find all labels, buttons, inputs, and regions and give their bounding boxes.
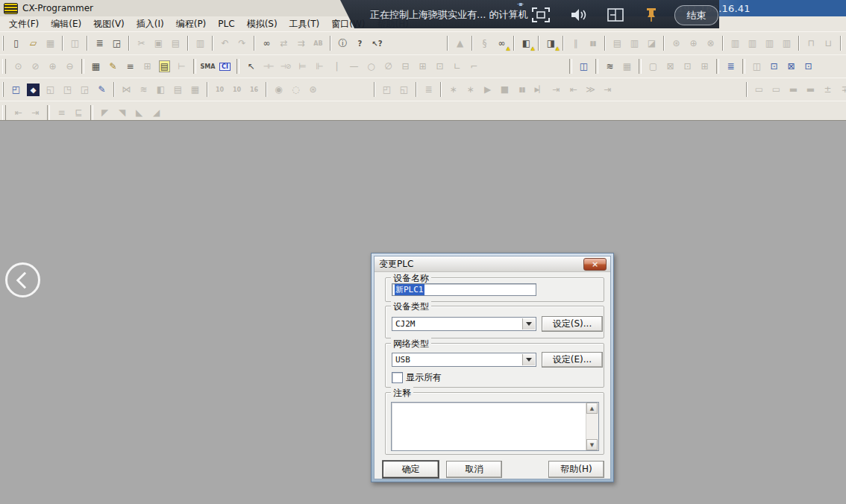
scroll-up-button[interactable]: ▲ [586, 403, 598, 414]
help-label: 帮助(H) [560, 463, 592, 476]
scroll-down-button[interactable]: ▼ [586, 439, 598, 450]
monitor-2-icon: ◌ [292, 84, 299, 95]
toolbar-context-help-button[interactable]: ↖? [369, 36, 385, 51]
end-session-button[interactable]: 结束 [674, 5, 718, 25]
device-type-select[interactable]: CJ2M [392, 317, 536, 331]
cancel-button[interactable]: 取消 [446, 461, 502, 478]
toolbar-grip[interactable] [2, 82, 4, 97]
menu-item-program[interactable]: 编程(P) [170, 18, 213, 31]
device-settings-button[interactable]: 设定(S)... [542, 316, 603, 332]
toolbar-cut-button: ✂ [134, 36, 149, 51]
toolbar-grip[interactable] [2, 36, 4, 51]
toolbar-time-chart-button: ⊔ [821, 36, 836, 51]
help-icon: ? [358, 40, 363, 48]
toolbar-pane-monitor-button[interactable]: ◫ [576, 59, 592, 75]
sim-pause-icon: ▮▮ [519, 86, 525, 93]
toolbar-online-plc-button[interactable]: ◧▲ [518, 36, 534, 51]
network-settings-button[interactable]: 设定(E)... [542, 352, 603, 368]
chevron-down-icon[interactable] [522, 354, 535, 365]
toolbar-mnemonics-view-button[interactable]: SMA [200, 59, 216, 75]
toolbar-rung-list-button[interactable]: ≡ [122, 59, 138, 75]
time-chart-icon: ⊔ [825, 38, 832, 48]
toolbar-differential-trace-button: ⊓ [803, 36, 819, 51]
drag-handle-icon[interactable]: -▪- [517, 1, 523, 7]
toolbar-io-word-1-button: ▬ [786, 82, 801, 98]
pin-button[interactable] [640, 5, 661, 24]
toolbar-address-tool-button[interactable]: ◆ [27, 84, 40, 96]
toolbar-symbol-list-button[interactable]: ≣ [723, 59, 739, 75]
comment-scrollbar[interactable]: ▲ ▼ [586, 403, 598, 450]
toolbar-window-check-button[interactable]: ⊡ [800, 59, 816, 75]
differential-trace-icon: ⊓ [808, 38, 815, 48]
mnemonic-view-icon: ▦ [191, 84, 199, 95]
toolbar-set-value-1-button: ▢ [645, 59, 661, 75]
io-word-1-icon: ▬ [789, 84, 798, 95]
toolbar-monitor-find-button[interactable]: ∞▲ [494, 36, 510, 51]
toolbar-separator [595, 59, 598, 74]
panel-collapse-button[interactable] [5, 262, 40, 297]
toolbar-display-signed-decimal-button: 10 [229, 82, 245, 98]
comment-textarea[interactable]: ▲ ▼ [391, 402, 599, 451]
toolbar-edit-comment-button[interactable]: ✎ [105, 59, 121, 75]
menu-item-insert[interactable]: 插入(I) [131, 18, 170, 31]
network-type-select[interactable]: USB [392, 353, 536, 367]
toolbar-select-tool-button[interactable]: ↖ [243, 59, 259, 75]
ok-button[interactable]: 确定 [383, 461, 439, 478]
fullscreen-button[interactable] [530, 5, 551, 24]
toolbar-window-edit-button[interactable]: ⊡ [766, 59, 782, 75]
comment-group-label: 注释 [391, 387, 413, 400]
monitor-find-icon: ∞ [498, 38, 506, 48]
toolbar-sim-pause-button: ▮▮ [514, 82, 530, 98]
menu-item-file[interactable]: 文件(F) [3, 18, 45, 31]
sound-button[interactable] [568, 5, 589, 24]
toolbar-save-project-button: ▦ [43, 36, 58, 51]
toolbar-vertical-line-button: | [329, 59, 345, 75]
window-plain-icon: ◫ [753, 61, 761, 72]
toolbar-monitor-mode-button: ⊕ [686, 36, 701, 51]
toolbar-help-button[interactable]: ? [352, 36, 368, 51]
toolbar-separator [569, 59, 572, 74]
dialog-close-button[interactable]: × [583, 258, 607, 271]
show-all-label: 显示所有 [406, 371, 442, 384]
toolbar-compile-check-button: ◫ [67, 36, 83, 51]
toolbar-rung-highlight-button[interactable]: ▤ [157, 59, 172, 75]
menu-item-tools[interactable]: 工具(T) [283, 18, 326, 31]
toolbar-grip[interactable] [2, 105, 6, 120]
dialog-body: 设备名称 新PLC1 设备类型 CJ2M 设定(S)... 网络类型 USB [375, 272, 610, 464]
toolbar-grip[interactable] [2, 59, 6, 74]
toolbar-properties-button[interactable]: ✎ [94, 82, 110, 98]
split-screen-button[interactable] [605, 5, 626, 24]
toolbar-open-project-button[interactable]: ▱ [25, 36, 41, 51]
chevron-down-icon[interactable] [522, 318, 535, 330]
help-button[interactable]: 帮助(H) [548, 461, 604, 478]
menu-item-view[interactable]: 视图(V) [87, 18, 131, 31]
toolbar-zoom-out-button: ⊖ [62, 59, 78, 75]
toolbar-layers-button[interactable]: ≋ [602, 59, 618, 75]
toolbar-toggle-project-window-button[interactable]: ◰ [8, 82, 24, 98]
toolbar-about-button[interactable]: ⓘ [335, 36, 351, 51]
toolbar-print-button[interactable]: ≣ [92, 36, 107, 51]
toolbar-online-network-button[interactable]: ◨▲ [543, 36, 559, 51]
toolbar-rack-view-2-button: ▥ [745, 36, 760, 51]
sim-log-icon: ≣ [424, 84, 432, 95]
toolbar-separator [113, 82, 115, 97]
toolbar-separator [87, 36, 88, 51]
menu-item-simulation[interactable]: 模拟(S) [241, 18, 283, 31]
toolbar-window-close-button[interactable]: ⊠ [783, 59, 799, 75]
toolbar-print-preview-button[interactable]: ◲ [109, 36, 125, 51]
online-plc-icon: ◧ [522, 38, 530, 48]
toolbar-pause-monitor-button: ∥ [568, 36, 583, 51]
menu-item-edit[interactable]: 编辑(E) [45, 18, 87, 31]
sim-play-icon: ▶ [484, 84, 491, 95]
toolbar-grid-toggle-button[interactable]: ▦ [88, 59, 104, 75]
toolbar-new-file-button[interactable]: ▯ [8, 36, 24, 51]
show-all-checkbox[interactable] [392, 372, 403, 383]
toolbar-coil-button: ○ [363, 59, 379, 75]
toolbar-io-comment-view-button[interactable]: CI [217, 59, 233, 75]
menu-item-plc[interactable]: PLC [212, 19, 240, 29]
dialog-title-bar[interactable]: 变更PLC × [375, 256, 610, 272]
device-name-input[interactable]: 新PLC1 [392, 283, 536, 296]
toolbar-find-button[interactable]: ∞ [259, 36, 275, 51]
rack-view-4-icon: ▥ [783, 38, 791, 48]
io-bit-1-icon: ▭ [755, 84, 763, 95]
